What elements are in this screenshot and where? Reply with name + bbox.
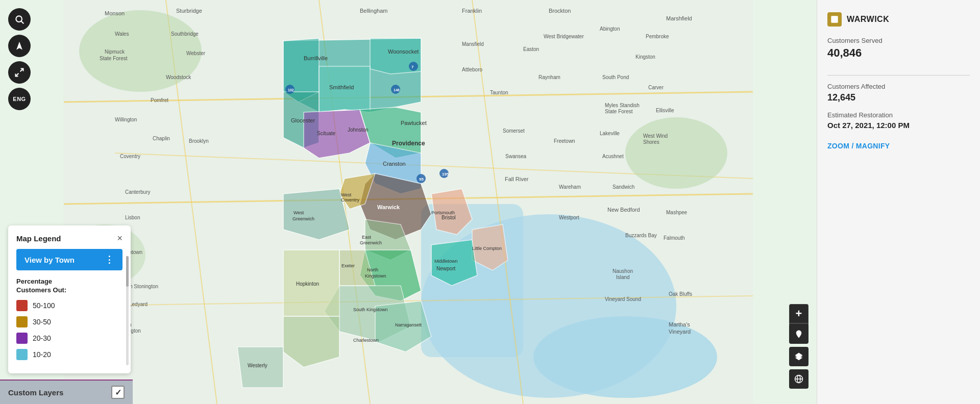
fullscreen-button[interactable] (8, 61, 31, 84)
svg-text:Pembroke: Pembroke (646, 34, 669, 39)
svg-text:Mashpee: Mashpee (666, 210, 688, 215)
svg-text:Vineyard: Vineyard (669, 329, 691, 335)
svg-text:Easton: Easton (523, 46, 539, 52)
svg-text:Chaplin: Chaplin (153, 136, 170, 141)
svg-text:Bristol: Bristol (442, 215, 456, 220)
customers-served-value: 40,846 (827, 46, 970, 60)
svg-text:Somerset: Somerset (503, 128, 525, 134)
checkmark-icon: ✓ (115, 388, 121, 397)
svg-text:Wales: Wales (115, 31, 129, 37)
svg-text:Little Compton: Little Compton (472, 246, 502, 251)
svg-text:Franklin: Franklin (462, 8, 482, 14)
svg-text:Coventry: Coventry (341, 197, 360, 203)
globe-button[interactable] (789, 369, 808, 389)
svg-point-135 (16, 16, 22, 22)
svg-text:Ellisville: Ellisville (656, 108, 674, 113)
svg-text:North: North (367, 267, 378, 272)
legend-close-button[interactable]: × (117, 234, 122, 243)
location-header: WARWICK (827, 12, 970, 27)
svg-text:Acushnet: Acushnet (602, 154, 624, 159)
zoom-in-button[interactable]: + (789, 304, 808, 323)
svg-text:Pawtucket: Pawtucket (401, 120, 427, 126)
map-extra-buttons (789, 324, 808, 389)
svg-text:South Pond: South Pond (602, 74, 629, 80)
svg-point-12 (625, 117, 727, 189)
svg-text:Lisbon: Lisbon (125, 215, 140, 220)
legend-color-swatch (16, 349, 28, 360)
svg-text:Fall River: Fall River (505, 176, 529, 182)
language-button[interactable]: ENG (8, 88, 31, 110)
navigate-button[interactable] (8, 35, 31, 57)
svg-text:Martha's: Martha's (669, 321, 690, 327)
layers-button[interactable] (789, 347, 808, 366)
svg-text:Wareham: Wareham (559, 184, 581, 190)
svg-text:West Bridgewater: West Bridgewater (544, 34, 584, 39)
map-legend: Map Legend × View by Town ⋮ PercentageCu… (8, 225, 131, 373)
legend-range-label: 50-100 (33, 301, 55, 310)
svg-text:Glocester: Glocester (291, 117, 315, 123)
svg-text:State Forest: State Forest (605, 109, 633, 114)
svg-text:Nipmuck: Nipmuck (105, 49, 125, 55)
svg-text:South Kingstown: South Kingstown (353, 307, 388, 312)
svg-text:146: 146 (394, 88, 400, 92)
right-panel: WARWICK Customers Served 40,846 Customer… (817, 0, 980, 404)
legend-item: 30-50 (16, 316, 122, 327)
svg-marker-137 (16, 42, 22, 50)
svg-text:Oak Bluffs: Oak Bluffs (669, 291, 692, 297)
svg-text:Scituate: Scituate (317, 131, 336, 136)
svg-text:Greenwich: Greenwich (360, 240, 382, 245)
zoom-magnify-link[interactable]: ZOOM / MAGNIFY (827, 142, 970, 150)
pin-button[interactable] (789, 324, 808, 344)
svg-text:Raynham: Raynham (538, 74, 560, 80)
custom-layers-checkbox[interactable]: ✓ (111, 386, 125, 399)
svg-text:Burrillville: Burrillville (304, 55, 328, 61)
svg-text:Woonsocket: Woonsocket (388, 48, 419, 55)
svg-text:102: 102 (288, 88, 294, 92)
legend-color-swatch (16, 300, 28, 311)
svg-text:Falmouth: Falmouth (664, 235, 685, 241)
svg-text:Attleboro: Attleboro (462, 67, 482, 72)
legend-item: 50-100 (16, 300, 122, 311)
svg-text:Carver: Carver (648, 85, 664, 90)
location-name: WARWICK (847, 15, 889, 24)
map-container[interactable]: Burrillville Woonsocket Smithfield Gloce… (0, 0, 817, 404)
view-by-town-button[interactable]: View by Town ⋮ (16, 249, 122, 270)
left-toolbar: ENG (8, 8, 31, 110)
svg-text:Shores: Shores (643, 139, 659, 145)
svg-text:Lakeville: Lakeville (600, 131, 620, 136)
estimated-restoration-label: Estimated Restoration (827, 111, 970, 119)
legend-color-swatch (16, 333, 28, 344)
svg-text:Swansea: Swansea (505, 154, 527, 159)
svg-text:State Forest: State Forest (100, 56, 128, 61)
svg-text:Exeter: Exeter (341, 263, 355, 268)
svg-text:Abington: Abington (600, 26, 620, 32)
legend-range-label: 10-20 (33, 350, 51, 359)
svg-text:Smithfield: Smithfield (329, 84, 354, 90)
svg-text:Newport: Newport (436, 266, 455, 271)
estimated-restoration-section: Estimated Restoration Oct 27, 2021, 12:0… (827, 111, 970, 130)
svg-text:Hopkinton: Hopkinton (296, 281, 319, 287)
view-by-town-menu-dots: ⋮ (105, 254, 114, 265)
search-button[interactable] (8, 8, 31, 31)
svg-text:Ledyard: Ledyard (129, 301, 148, 307)
svg-text:Sturbridge: Sturbridge (176, 8, 202, 14)
svg-text:7: 7 (411, 65, 414, 69)
svg-text:Buzzards Bay: Buzzards Bay (625, 233, 657, 238)
svg-text:95: 95 (419, 177, 424, 182)
svg-text:Cranston: Cranston (383, 161, 406, 167)
divider-1 (827, 75, 970, 75)
svg-text:Pomfret: Pomfret (151, 97, 168, 103)
svg-text:Island: Island (616, 274, 630, 280)
customers-served-label: Customers Served (827, 37, 970, 44)
svg-text:Warwick: Warwick (377, 204, 400, 210)
customers-affected-section: Customers Affected 12,645 (827, 83, 970, 103)
legend-header: Map Legend × (16, 234, 122, 243)
customers-served-section: Customers Served 40,846 (827, 37, 970, 60)
svg-text:Willington: Willington (115, 117, 137, 122)
legend-range-label: 30-50 (33, 318, 51, 326)
svg-text:Taunton: Taunton (490, 90, 508, 95)
svg-text:West Wind: West Wind (643, 133, 668, 139)
svg-text:Webster: Webster (186, 50, 206, 56)
svg-text:195: 195 (442, 172, 449, 176)
svg-text:Mansfield: Mansfield (462, 41, 484, 47)
